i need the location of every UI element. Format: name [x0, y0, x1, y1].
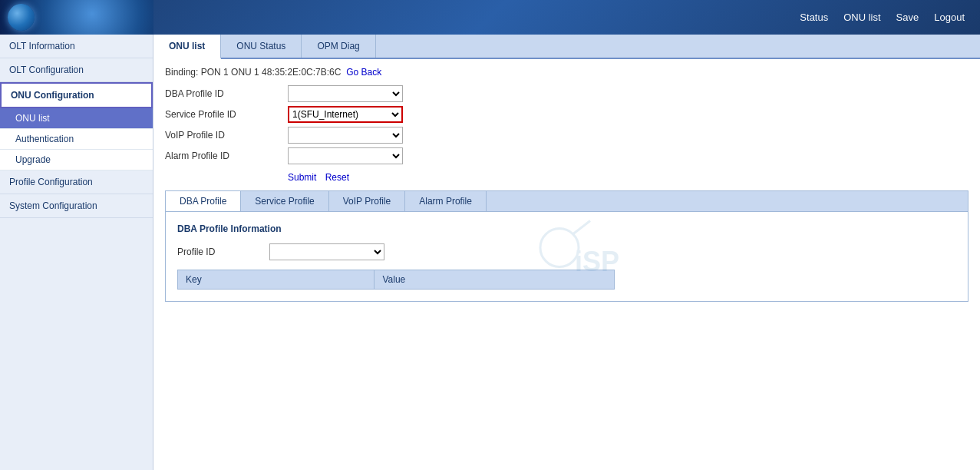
- profile-tab-alarm[interactable]: Alarm Profile: [405, 191, 487, 211]
- logo-area: [0, 0, 153, 35]
- form-row-voip: VoIP Profile ID: [165, 127, 968, 144]
- form-row-dba: DBA Profile ID: [165, 85, 968, 102]
- sidebar-item-upgrade[interactable]: Upgrade: [0, 150, 153, 170]
- sidebar-item-olt-information[interactable]: OLT Information: [0, 35, 153, 58]
- nav-onu-list[interactable]: ONU list: [843, 12, 880, 23]
- col-value: Value: [375, 270, 615, 290]
- nav-status[interactable]: Status: [800, 12, 828, 23]
- form-row-service: Service Profile ID 1(SFU_Internet): [165, 106, 968, 123]
- tab-onu-status[interactable]: ONU Status: [221, 35, 302, 58]
- alarm-profile-id-label: Alarm Profile ID: [165, 151, 288, 161]
- reset-button[interactable]: Reset: [325, 172, 349, 183]
- submit-button[interactable]: Submit: [288, 172, 316, 183]
- profile-tabs-bar: DBA Profile Service Profile VoIP Profile…: [165, 190, 968, 211]
- form-row-alarm: Alarm Profile ID: [165, 147, 968, 164]
- tab-opm-diag[interactable]: OPM Diag: [302, 35, 375, 58]
- profile-id-label: Profile ID: [177, 247, 269, 257]
- top-header: Status ONU list Save Logout: [0, 0, 980, 35]
- sidebar-item-system-configuration[interactable]: System Configuration: [0, 194, 153, 218]
- sidebar-item-onu-configuration[interactable]: ONU Configuration: [0, 82, 153, 108]
- form-buttons: Submit Reset: [288, 172, 968, 183]
- voip-profile-id-label: VoIP Profile ID: [165, 130, 288, 141]
- dba-profile-id-select[interactable]: [288, 85, 403, 102]
- profile-tab-voip[interactable]: VoIP Profile: [329, 191, 405, 211]
- tab-bar: ONU list ONU Status OPM Diag: [153, 35, 980, 59]
- nav-save[interactable]: Save: [896, 12, 919, 23]
- main-content: ONU list ONU Status OPM Diag Binding: PO…: [153, 35, 980, 470]
- sidebar: OLT Information OLT Configuration ONU Co…: [0, 35, 153, 470]
- sidebar-item-authentication[interactable]: Authentication: [0, 129, 153, 150]
- voip-profile-id-select[interactable]: [288, 127, 403, 144]
- dba-profile-id-label: DBA Profile ID: [165, 88, 288, 99]
- service-profile-id-label: Service Profile ID: [165, 109, 288, 120]
- sidebar-item-onu-list[interactable]: ONU list: [0, 108, 153, 129]
- kv-table: Key Value: [177, 270, 615, 290]
- profile-tab-service[interactable]: Service Profile: [241, 191, 328, 211]
- content-area: Binding: PON 1 ONU 1 48:35:2E:0C:7B:6C G…: [153, 59, 980, 309]
- profile-id-row: Profile ID: [177, 243, 956, 260]
- binding-line: Binding: PON 1 ONU 1 48:35:2E:0C:7B:6C G…: [165, 67, 968, 78]
- sidebar-sub-onu: ONU list Authentication Upgrade: [0, 108, 153, 170]
- nav-logout[interactable]: Logout: [934, 12, 965, 23]
- profile-info-title: DBA Profile Information: [177, 223, 956, 234]
- sidebar-item-olt-configuration[interactable]: OLT Configuration: [0, 58, 153, 82]
- binding-text: Binding: PON 1 ONU 1 48:35:2E:0C:7B:6C: [165, 67, 341, 78]
- top-nav-links: Status ONU list Save Logout: [800, 12, 965, 23]
- form-table: DBA Profile ID Service Profile ID 1(SFU_…: [165, 85, 968, 164]
- sidebar-item-profile-configuration[interactable]: Profile Configuration: [0, 170, 153, 194]
- layout: OLT Information OLT Configuration ONU Co…: [0, 35, 980, 470]
- go-back-link[interactable]: Go Back: [346, 67, 381, 78]
- service-profile-id-select[interactable]: 1(SFU_Internet): [288, 106, 403, 123]
- col-key: Key: [178, 270, 375, 290]
- profile-tab-dba[interactable]: DBA Profile: [166, 191, 241, 211]
- logo-globe: [0, 0, 153, 35]
- tab-onu-list[interactable]: ONU list: [153, 35, 221, 59]
- profile-id-select[interactable]: [269, 243, 384, 260]
- profile-info-section: iSP DBA Profile Information Profile ID K…: [165, 211, 968, 302]
- alarm-profile-id-select[interactable]: [288, 147, 403, 164]
